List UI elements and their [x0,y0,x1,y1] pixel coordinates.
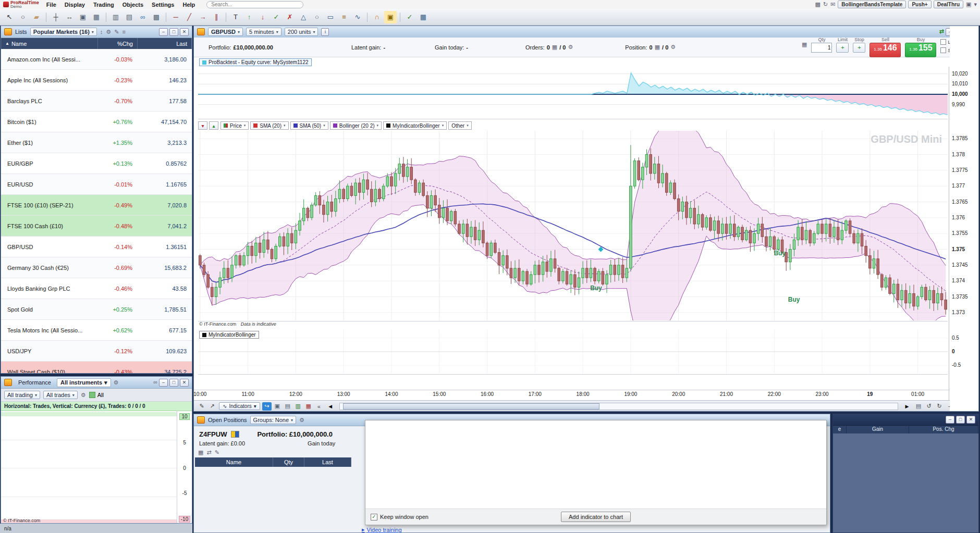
legend-item[interactable]: MyIndicatorBollinger ▾ [383,121,447,130]
probacktest-tag[interactable]: ProBacktest - Equity curve: MySystem1122 [199,58,312,66]
check-icon[interactable]: ✓ [270,11,283,23]
fibonacci-icon[interactable]: ≡ [338,11,350,23]
column-header-pos-chg[interactable]: Pos. Chg [909,425,978,433]
settings-icon[interactable]: ⚙ [106,29,111,35]
cross-icon[interactable]: ✗ [284,11,296,23]
more-icon[interactable]: ▾ [974,1,977,8]
minimize-button[interactable]: – [159,28,168,36]
magnet-icon[interactable]: ∩ [371,11,383,23]
edit-icon[interactable]: ✎ [215,449,219,456]
edit-icon[interactable]: ✎ [114,29,119,35]
position-settings-icon[interactable]: ⚙ [670,44,676,51]
tab-performance[interactable]: Performance [15,379,54,386]
channel-icon[interactable]: ∥ [210,11,223,23]
menu-item[interactable]: Settings [148,2,178,8]
link-icon[interactable]: ∞ [137,11,149,23]
legend-item[interactable]: SMA (50) ▾ [290,121,328,130]
sell-button[interactable]: 1.36 146 [869,43,901,57]
positions-title[interactable]: Open Positions [208,417,247,423]
triangle-icon[interactable]: △ [297,11,310,23]
collapse-icon[interactable]: « [314,402,324,411]
camera-icon[interactable]: ▣ [273,402,282,411]
ray-icon[interactable]: → [197,11,209,23]
panel-icon[interactable]: ▣ [966,1,971,8]
indicator-canvas[interactable] [198,330,948,374]
info-icon[interactable]: i [321,28,329,36]
equity-curve-pane[interactable] [198,68,948,119]
limit-pips-checkbox[interactable] [940,39,946,45]
price-chart-pane[interactable]: BuyBuyBuy [198,131,948,320]
separator[interactable] [400,13,400,22]
template-button[interactable]: DealThru [934,1,963,8]
menu-item[interactable]: Display [60,2,89,8]
FTSE 100 (£10) (SEP-21)[interactable]: FTSE 100 (£10) (SEP-21) -0.49% 7,020.8 [1,195,192,216]
Barclays PLC[interactable]: Barclays PLC -0.70% 177.58 [1,91,192,111]
chart-scrollbar[interactable] [339,403,898,410]
qty-input[interactable] [811,43,832,53]
chart-grid-icon[interactable]: ▦ [417,11,430,23]
panel-icon[interactable]: ▦ [198,449,203,456]
watchlist-select[interactable]: Popular Markets (16) ▾ [30,28,97,36]
GBP/USD[interactable]: GBP/USD -0.14% 1.36151 [1,237,192,257]
move-icon[interactable]: ↔ [63,11,76,23]
close-button[interactable]: ✕ [180,28,189,36]
equity-canvas[interactable] [198,68,948,119]
Ether ($1)[interactable]: Ether ($1) +1.35% 3,213.3 [1,132,192,153]
trading-filter-select[interactable]: All trading ▾ [4,391,40,399]
Tesla Motors Inc (All Sessio...[interactable]: Tesla Motors Inc (All Sessio... +0.62% 6… [1,320,192,341]
indicator-tag[interactable]: MyIndicatorBollinger [199,331,259,339]
highlight-icon[interactable]: ▣ [384,11,397,23]
lists-tab[interactable]: Lists [15,29,27,35]
price-chart-canvas[interactable] [198,131,948,320]
separator[interactable] [166,13,166,22]
tab-all-instruments[interactable]: All instruments ▾ [57,378,111,387]
arrow-up-icon[interactable]: ↑ [243,11,255,23]
keep-open-checkbox[interactable]: ✓ [371,514,377,520]
buy-button[interactable]: 1.36 155 [905,43,936,57]
minimize-button[interactable]: – [159,379,168,387]
menu-item[interactable]: Help [178,2,199,8]
close-button[interactable]: ✕ [180,379,189,387]
Lloyds Banking Grp PLC[interactable]: Lloyds Banking Grp PLC -0.46% 43.58 [1,278,192,299]
all-checkbox[interactable] [89,392,95,398]
screenshot-icon[interactable]: ▣ [77,11,89,23]
Germany 30 Cash (€25)[interactable]: Germany 30 Cash (€25) -0.69% 15,683.2 [1,257,192,278]
legend-item[interactable]: Bollinger (20 2) ▾ [330,121,382,130]
stop-order-button[interactable]: + [853,43,865,53]
cursor-icon[interactable]: ↖ [3,11,16,23]
Apple Inc (All Sessions)[interactable]: Apple Inc (All Sessions) -0.23% 146.23 [1,70,192,91]
stop-pips-checkbox[interactable] [940,47,946,53]
scrollbar-thumb[interactable] [343,403,599,410]
maximize-button[interactable]: □ [169,28,178,36]
panels-icon[interactable]: ▤ [914,402,923,411]
Spot Gold[interactable]: Spot Gold +0.25% 1,785.51 [1,299,192,320]
menu-icon[interactable]: ≡ [122,29,125,35]
crosshair-icon[interactable]: ┼ [50,11,62,23]
units-select[interactable]: 200 units ▾ [285,28,318,36]
menu-item[interactable]: Objects [118,2,148,8]
Amazon.com Inc (All Sessi...[interactable]: Amazon.com Inc (All Sessi... -0.03% 3,18… [1,49,192,70]
trades-filter-select[interactable]: All trades ▾ [43,391,78,399]
orders-settings-icon[interactable]: ⚙ [568,44,573,51]
grid-icon[interactable]: ▦ [304,402,313,411]
column-header-name[interactable]: ▲ Name [1,38,98,49]
order-calculator-icon[interactable]: ▦ [802,41,807,48]
workspace-sync-icon[interactable]: ⇄ [939,28,944,36]
add-indicator-button[interactable]: Add indicator to chart [561,512,631,522]
symbol-select[interactable]: GBPUSD ▾ [208,28,243,36]
layout-icon[interactable]: ▩ [815,1,820,8]
Wall Street Cash ($10)[interactable]: Wall Street Cash ($10) -0.43% 34,725.2 [1,362,192,374]
menu-item[interactable]: Trading [89,2,118,8]
menu-item[interactable]: File [42,2,60,8]
limit-order-button[interactable]: + [836,43,849,53]
column-header-gain[interactable]: Gain [847,425,909,433]
FTSE 100 Cash (£10)[interactable]: FTSE 100 Cash (£10) -0.48% 7,041.2 [1,216,192,237]
EUR/GBP[interactable]: EUR/GBP +0.13% 0.85762 [1,153,192,174]
text-icon[interactable]: T [229,11,242,23]
cascade-icon[interactable]: ▩ [150,11,163,23]
swap-icon[interactable]: ⇄ [206,449,211,456]
sort-icon[interactable]: ↕ [100,29,103,35]
grid-icon[interactable]: ▦ [90,11,103,23]
wave-icon[interactable]: ∿ [351,11,364,23]
position-panel-icon[interactable]: ▦ [655,44,660,51]
